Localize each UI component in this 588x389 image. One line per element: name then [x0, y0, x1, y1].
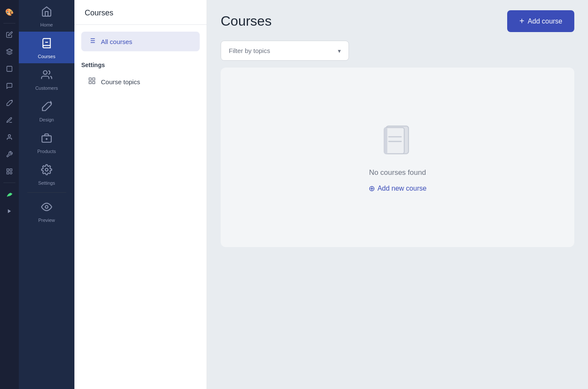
- main-header: Courses + Add course: [207, 0, 588, 41]
- svg-rect-3: [7, 169, 9, 171]
- home-icon: [41, 6, 52, 20]
- palette-icon[interactable]: 🎨: [2, 4, 17, 20]
- add-course-label: Add course: [528, 18, 562, 25]
- svg-point-13: [45, 168, 48, 171]
- empty-state: No courses found ⊕ Add new course: [221, 68, 574, 247]
- plugin-icon[interactable]: [2, 164, 17, 179]
- filter-by-topics-dropdown[interactable]: Filter by topics ▾: [221, 41, 349, 61]
- page-title: Courses: [221, 13, 272, 29]
- sidebar-menu-section: All courses: [74, 25, 207, 55]
- nav-item-products[interactable]: Products: [19, 127, 74, 158]
- nav-item-preview[interactable]: Preview: [19, 195, 74, 227]
- svg-point-14: [45, 206, 48, 209]
- comment-icon[interactable]: [2, 78, 17, 94]
- icon-rail: 🎨: [0, 0, 19, 389]
- all-courses-label: All courses: [101, 38, 132, 45]
- nav-label-products: Products: [37, 149, 56, 154]
- svg-rect-4: [10, 169, 12, 171]
- courses-icon: [41, 38, 52, 51]
- empty-state-icon: [378, 121, 417, 162]
- sidebar-item-course-topics[interactable]: Course topics: [81, 72, 200, 91]
- preview-icon: [41, 201, 52, 215]
- nav-item-home[interactable]: Home: [19, 0, 74, 32]
- svg-rect-21: [89, 78, 91, 80]
- nav-label-preview: Preview: [38, 218, 55, 223]
- rail-divider-1: [3, 23, 15, 24]
- edit-pencil-icon[interactable]: [2, 27, 17, 42]
- svg-rect-24: [89, 82, 91, 84]
- sidebar-item-all-courses[interactable]: All courses: [81, 32, 200, 51]
- products-icon: [41, 133, 52, 146]
- nav-label-customers: Customers: [35, 85, 58, 91]
- add-new-course-link[interactable]: ⊕ Add new course: [369, 184, 427, 193]
- settings-section-label: Settings: [74, 55, 207, 72]
- layers-icon[interactable]: [2, 44, 17, 59]
- brush-icon[interactable]: [2, 95, 17, 111]
- svg-marker-7: [8, 209, 11, 213]
- nav-label-courses: Courses: [38, 54, 56, 59]
- no-courses-text: No courses found: [369, 168, 426, 177]
- main-body: Filter by topics ▾ No courses found: [207, 41, 588, 389]
- add-course-button[interactable]: + Add course: [507, 10, 574, 32]
- page-icon[interactable]: [2, 61, 17, 77]
- settings-icon: [41, 164, 52, 178]
- svg-point-6: [10, 172, 12, 174]
- customers-icon: [41, 69, 52, 83]
- play-icon[interactable]: [2, 203, 17, 219]
- settings-menu-section: Course topics: [74, 72, 207, 91]
- svg-point-2: [8, 135, 10, 137]
- nav-item-settings[interactable]: Settings: [19, 158, 74, 190]
- svg-rect-22: [93, 78, 95, 80]
- nav-divider: [27, 192, 66, 193]
- course-topics-label: Course topics: [101, 78, 140, 85]
- nav-item-customers[interactable]: Customers: [19, 63, 74, 95]
- rail-divider-2: [3, 183, 15, 183]
- design-icon: [41, 101, 52, 115]
- svg-marker-0: [6, 49, 12, 52]
- nav-label-design: Design: [39, 117, 54, 122]
- svg-rect-23: [93, 82, 95, 84]
- grid-icon: [88, 77, 96, 86]
- nav-label-home: Home: [40, 22, 53, 27]
- plus-circle-icon: ⊕: [369, 184, 375, 193]
- nav-label-settings: Settings: [38, 180, 55, 186]
- svg-rect-1: [7, 66, 12, 71]
- user-profile-icon[interactable]: [2, 130, 17, 145]
- pen-icon[interactable]: [2, 112, 17, 128]
- wrench-icon[interactable]: [2, 147, 17, 162]
- svg-point-9: [43, 71, 47, 74]
- main-content: Courses + Add course Filter by topics ▾: [207, 0, 588, 389]
- list-icon: [88, 37, 96, 46]
- nav-item-design[interactable]: Design: [19, 95, 74, 127]
- svg-rect-5: [7, 172, 9, 174]
- sidebar-header: Courses: [74, 0, 207, 25]
- left-nav: Home Courses Customers Design Products S…: [19, 0, 74, 389]
- filter-placeholder: Filter by topics: [229, 47, 270, 54]
- leaf-icon[interactable]: [2, 186, 17, 202]
- filter-bar: Filter by topics ▾: [221, 41, 574, 61]
- chevron-down-icon: ▾: [338, 47, 341, 54]
- plus-icon: +: [519, 16, 524, 26]
- add-new-label: Add new course: [378, 185, 427, 192]
- svg-rect-29: [384, 127, 387, 153]
- nav-item-courses[interactable]: Courses: [19, 32, 74, 63]
- sidebar: Courses All courses Settings Course topi…: [74, 0, 207, 389]
